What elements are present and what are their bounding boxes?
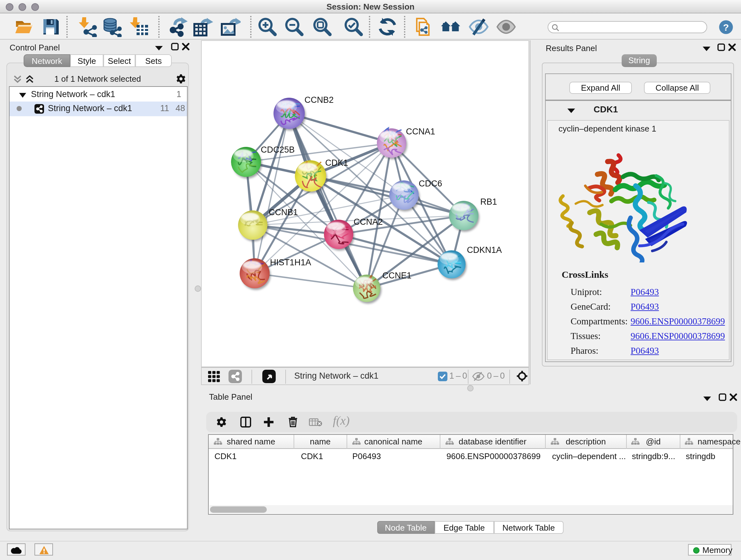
svg-text:CCNB1: CCNB1 (269, 207, 298, 217)
svg-text:CDK1: CDK1 (325, 158, 348, 167)
svg-text:CCNB2: CCNB2 (305, 95, 334, 105)
svg-text:RB1: RB1 (480, 197, 497, 206)
svg-text:CDC25B: CDC25B (261, 145, 295, 154)
svg-text:HIST1H1A: HIST1H1A (270, 257, 311, 267)
svg-text:CDC6: CDC6 (419, 179, 442, 188)
svg-text:CDKN1A: CDKN1A (467, 245, 502, 254)
svg-text:CCNA2: CCNA2 (354, 217, 383, 226)
svg-text:CCNA1: CCNA1 (406, 126, 435, 136)
svg-text:?: ? (723, 22, 729, 33)
svg-text:CCNE1: CCNE1 (382, 270, 412, 280)
